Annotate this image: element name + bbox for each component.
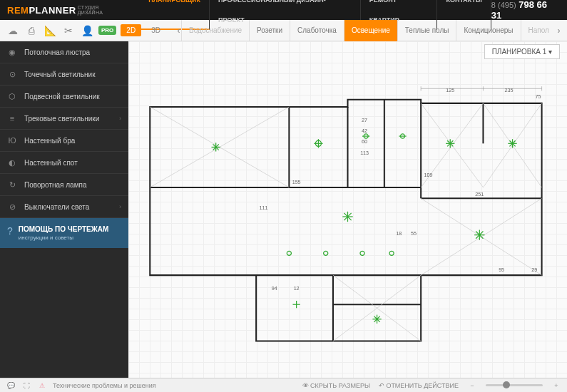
help-icon: ? [7,225,13,237]
svg-point-50 [389,251,394,255]
svg-point-49 [360,251,364,255]
fullscreen-icon[interactable]: ⛶ [21,381,31,391]
category-nav: ‹ Водоснабжение Розетки Слаботочка Освещ… [176,20,561,41]
plan-selector[interactable]: ПЛАНИРОВКА 1 ▾ [484,44,560,59]
chevron-right-icon: › [119,203,121,210]
sidebar-help[interactable]: ? ПОМОЩЬ ПО ЧЕРТЕЖАМ инструкции и советы [0,218,128,248]
track-icon: ≡ [7,113,17,123]
user-icon[interactable]: 👤 [80,24,94,38]
floorplan-canvas[interactable]: ПЛАНИРОВКА 1 ▾ [128,41,567,378]
lamp-icon: ◉ [7,47,17,57]
tools-icon[interactable]: ✂ [61,24,76,38]
zoom-in-icon[interactable]: + [551,381,561,391]
view-3d-button[interactable]: 3D [145,24,166,36]
cat-water[interactable]: Водоснабжение [181,20,249,41]
logo-subtitle: СТУДИЯ ДИЗАЙНА [78,5,126,15]
svg-text:27: 27 [362,118,367,123]
floorplan-drawing: 125 235 75 155 109 251 111 18 55 95 29 9… [143,70,553,363]
warning-icon[interactable]: ⚠ [37,381,47,391]
sidebar-item-sconce[interactable]: ЮНастенный бра [0,130,128,152]
status-bar: 💬 ⛶ ⚠ Технические проблемы и решения 👁 С… [0,378,567,392]
wallspot-icon: ◐ [7,158,17,167]
sidebar-item-pendant[interactable]: ⬡Подвесной светильник [0,86,128,108]
cat-lighting[interactable]: Освещение [344,20,397,41]
top-header: REMPLANNER СТУДИЯ ДИЗАЙНА ПЛАНИРОВЩИК ПР… [0,0,567,20]
pendant-icon: ⬡ [7,91,17,101]
svg-text:109: 109 [424,172,432,178]
svg-text:155: 155 [292,180,301,185]
swivel-icon: ↻ [7,180,17,190]
sidebar-item-ceiling-lamp[interactable]: ◉Потолочная люстра [0,41,128,63]
sconce-icon: Ю [7,135,17,145]
svg-point-47 [287,251,291,255]
sidebar: ◉Потолочная люстра ⊙Точечный светильник … [0,41,128,378]
svg-point-48 [324,251,328,255]
sidebar-item-spot[interactable]: ⊙Точечный светильник [0,63,128,86]
svg-text:125: 125 [446,88,454,93]
sidebar-item-swivel[interactable]: ↻Поворотная лампа [0,174,128,196]
svg-text:113: 113 [360,150,369,156]
cat-floor[interactable]: Напол [521,20,556,41]
sidebar-item-track[interactable]: ≡Трековые светильники› [0,108,128,130]
svg-text:42: 42 [362,128,367,134]
zoom-out-icon[interactable]: − [467,381,477,391]
cat-ac[interactable]: Кондиционеры [456,20,520,41]
phone-number: 8 (495) 798 66 31 [491,0,560,21]
cat-sockets[interactable]: Розетки [249,20,290,41]
toolbar: ☁ ⎙ 📐 ✂ 👤 PRO 2D 3D ‹ Водоснабжение Розе… [0,20,567,41]
chevron-down-icon: ▾ [548,48,552,56]
ruler-icon[interactable]: 📐 [43,24,57,38]
sidebar-item-wallspot[interactable]: ◐Настенный спот [0,152,128,174]
svg-text:75: 75 [535,94,541,100]
undo-button[interactable]: ↶ ОТМЕНИТЬ ДЕЙСТВИЕ [379,382,459,389]
print-icon[interactable]: ⎙ [24,24,39,38]
svg-text:18: 18 [396,231,402,237]
svg-text:12: 12 [294,286,300,292]
tech-issues-link[interactable]: Технические проблемы и решения [53,382,156,389]
svg-text:60: 60 [362,139,367,145]
sidebar-item-switches[interactable]: ⊘Выключатели света› [0,196,128,218]
logo[interactable]: REMPLANNER [7,5,76,16]
svg-text:94: 94 [272,286,277,292]
cat-lowvolt[interactable]: Слаботочка [290,20,344,41]
svg-text:95: 95 [499,267,504,273]
svg-text:235: 235 [504,88,513,93]
pro-badge[interactable]: PRO [98,26,116,35]
cloud-icon[interactable]: ☁ [6,24,20,38]
zoom-slider[interactable] [486,384,543,386]
cat-prev-icon[interactable]: ‹ [176,26,181,36]
chat-icon[interactable]: 💬 [6,381,16,391]
svg-text:251: 251 [475,192,484,197]
svg-text:111: 111 [259,205,267,211]
svg-text:55: 55 [411,231,417,237]
spot-icon: ⊙ [7,69,17,79]
svg-text:29: 29 [531,267,537,273]
chevron-right-icon: › [119,115,121,122]
view-2d-button[interactable]: 2D [121,24,141,36]
cat-next-icon[interactable]: › [556,26,561,36]
switch-icon: ⊘ [7,202,17,212]
hide-dims-button[interactable]: 👁 СКРЫТЬ РАЗМЕРЫ [302,382,370,389]
cat-warmfloor[interactable]: Теплые полы [397,20,456,41]
